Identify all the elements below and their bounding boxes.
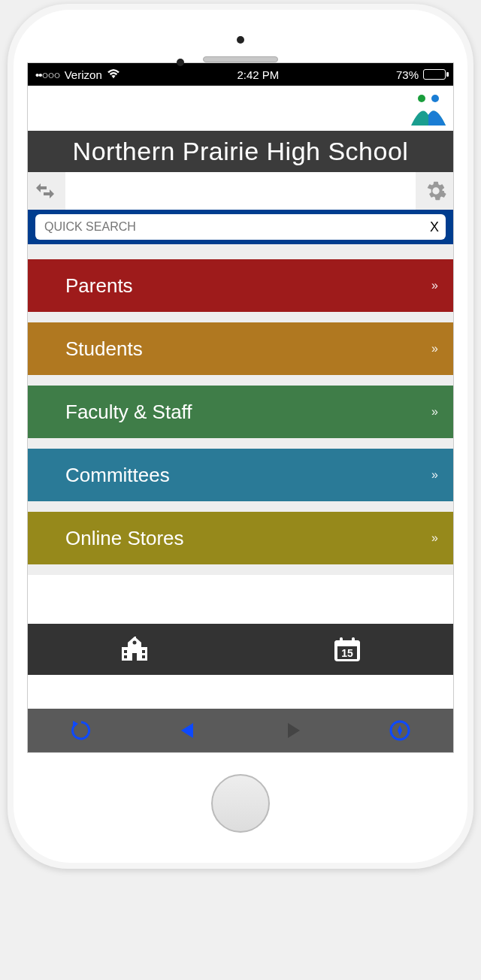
compass-icon <box>389 719 411 742</box>
nav-item-label: Committees <box>65 464 170 487</box>
back-button[interactable] <box>172 715 202 746</box>
chevron-right-icon: » <box>431 279 438 292</box>
nav-item-label: Online Stores <box>65 527 184 550</box>
svg-rect-8 <box>142 655 145 658</box>
svg-rect-11 <box>334 640 360 646</box>
triangle-right-icon <box>285 721 303 740</box>
status-time: 2:42 PM <box>237 68 279 81</box>
svg-point-9 <box>132 641 136 645</box>
nav-item-committees[interactable]: Committees » <box>28 449 453 501</box>
svg-rect-13 <box>340 637 343 643</box>
blank-space <box>28 575 453 624</box>
svg-text:15: 15 <box>341 647 353 659</box>
swap-button[interactable] <box>28 174 62 208</box>
triangle-left-icon <box>178 721 196 740</box>
nav-item-faculty[interactable]: Faculty & Staff » <box>28 386 453 438</box>
reload-button[interactable] <box>66 715 96 746</box>
svg-rect-5 <box>124 650 127 653</box>
status-bar: ••○○○ Verizon 2:42 PM 73% <box>28 63 453 86</box>
school-building-icon <box>120 637 149 662</box>
calendar-icon: 15 <box>333 636 362 663</box>
svg-point-0 <box>418 95 425 102</box>
chevron-right-icon: » <box>431 468 438 482</box>
battery-percent: 73% <box>396 68 419 81</box>
nav-item-label: Students <box>65 337 143 361</box>
app-header <box>28 86 453 131</box>
battery-icon <box>423 69 446 80</box>
search-clear-button[interactable]: X <box>423 214 446 240</box>
svg-rect-14 <box>352 637 355 643</box>
phone-frame: ••○○○ Verizon 2:42 PM 73% <box>8 4 473 869</box>
toolbar <box>28 172 453 210</box>
forward-button[interactable] <box>279 715 309 746</box>
tab-calendar[interactable]: 15 <box>240 624 453 675</box>
search-input[interactable] <box>44 220 414 234</box>
toolbar-spacer <box>65 172 416 210</box>
nav-item-stores[interactable]: Online Stores » <box>28 512 453 564</box>
phone-speaker <box>203 56 278 62</box>
svg-rect-6 <box>142 650 145 653</box>
wifi-icon <box>107 69 120 80</box>
footer-tabs: 15 <box>28 624 453 675</box>
gear-icon <box>425 180 446 201</box>
compass-button[interactable] <box>385 715 415 746</box>
phone-top-sensor <box>237 36 244 44</box>
browser-nav-bar <box>28 709 453 752</box>
nav-item-label: Parents <box>65 274 133 298</box>
svg-rect-7 <box>124 655 127 658</box>
nav-item-label: Faculty & Staff <box>65 401 192 424</box>
screen: ••○○○ Verizon 2:42 PM 73% <box>27 62 454 753</box>
settings-button[interactable] <box>419 174 453 208</box>
page-title: Northern Prairie High School <box>28 131 453 172</box>
nav-list: Parents » Students » Faculty & Staff » C… <box>28 244 453 624</box>
chevron-right-icon: » <box>431 531 438 545</box>
svg-rect-4 <box>132 653 137 661</box>
svg-point-1 <box>431 95 439 102</box>
search-input-wrap[interactable] <box>35 214 423 240</box>
app-logo-icon[interactable] <box>411 91 446 126</box>
home-button[interactable] <box>211 774 270 833</box>
swap-arrows-icon <box>36 183 54 198</box>
chevron-right-icon: » <box>431 342 438 355</box>
carrier-label: Verizon <box>65 68 102 81</box>
signal-dots: ••○○○ <box>35 68 60 81</box>
phone-bezel: ••○○○ Verizon 2:42 PM 73% <box>14 10 467 863</box>
blank-space-2 <box>28 675 453 709</box>
search-bar: X <box>28 210 453 244</box>
tab-home[interactable] <box>28 624 240 675</box>
reload-icon <box>70 719 92 742</box>
nav-item-parents[interactable]: Parents » <box>28 259 453 312</box>
nav-item-students[interactable]: Students » <box>28 322 453 375</box>
chevron-right-icon: » <box>431 405 438 419</box>
